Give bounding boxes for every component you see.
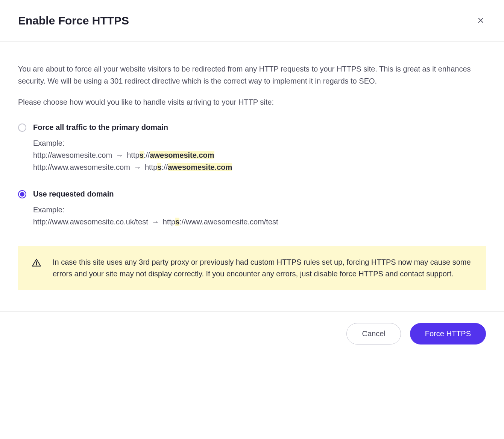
warning-box: In case this site uses any 3rd party pro… [18, 246, 486, 290]
arrow-right-icon: → [152, 216, 159, 228]
radio-primary-domain[interactable] [18, 123, 26, 132]
option-example: Example: http://awesomesite.com → https:… [33, 137, 486, 173]
warning-icon [32, 258, 41, 269]
option-requested-domain: Use requested domain Example: http://www… [18, 190, 486, 228]
example-line-1: http://awesomesite.com → https://awesome… [33, 149, 486, 161]
option-header: Use requested domain [18, 190, 486, 198]
option-primary-domain: Force all traffic to the primary domain … [18, 123, 486, 173]
option-label: Use requested domain [33, 190, 114, 198]
modal-title: Enable Force HTTPS [18, 14, 129, 27]
option-label: Force all traffic to the primary domain [33, 123, 168, 132]
close-icon [477, 17, 484, 25]
example-line-1: http://www.awesomesite.co.uk/test → http… [33, 216, 486, 228]
modal-footer: Cancel Force HTTPS [0, 311, 504, 360]
close-button[interactable] [475, 15, 486, 27]
arrow-right-icon: → [116, 149, 123, 161]
example-label: Example: [33, 204, 486, 216]
prompt-text: Please choose how would you like to hand… [18, 96, 486, 108]
intro-text: You are about to force all your website … [18, 63, 486, 87]
option-example: Example: http://www.awesomesite.co.uk/te… [33, 204, 486, 228]
warning-text: In case this site uses any 3rd party pro… [53, 256, 472, 280]
option-header: Force all traffic to the primary domain [18, 123, 486, 132]
cancel-button[interactable]: Cancel [346, 323, 401, 344]
modal-header: Enable Force HTTPS [0, 0, 504, 42]
example-label: Example: [33, 137, 486, 149]
arrow-right-icon: → [134, 161, 141, 173]
svg-point-3 [36, 265, 36, 265]
modal-body: You are about to force all your website … [0, 42, 504, 311]
force-https-button[interactable]: Force HTTPS [410, 323, 486, 344]
example-line-2: http://www.awesomesite.com → https://awe… [33, 161, 486, 173]
radio-requested-domain[interactable] [18, 190, 26, 198]
